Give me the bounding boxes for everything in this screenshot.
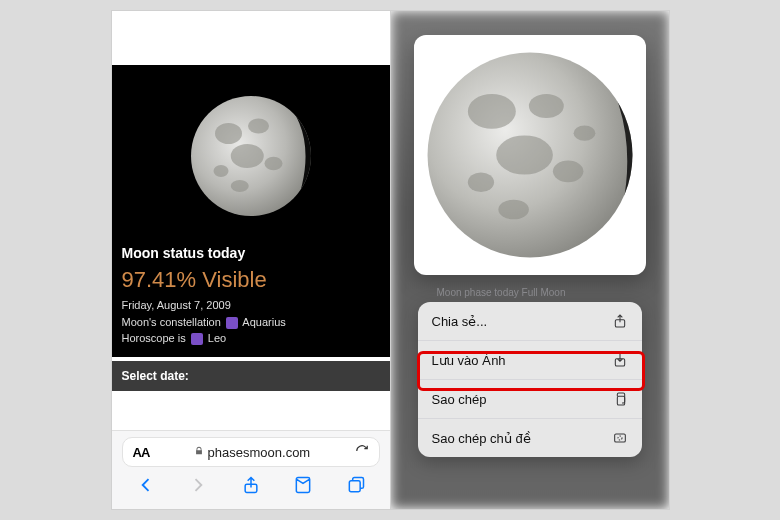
- reload-button[interactable]: [355, 444, 369, 461]
- copy-icon: [612, 391, 628, 407]
- back-button[interactable]: [136, 475, 156, 499]
- status-title: Moon status today: [122, 245, 380, 261]
- svg-point-5: [213, 165, 228, 177]
- constellation-prefix: Moon's constellation: [122, 316, 221, 328]
- context-menu: Chia sẻ... Lưu vào Ảnh Sao chép Sao chép…: [418, 302, 642, 457]
- svg-point-7: [230, 180, 248, 192]
- left-phone: Moon status today 97.41% Visible Friday,…: [111, 10, 391, 510]
- forward-button[interactable]: [188, 475, 208, 499]
- aquarius-icon: [226, 317, 238, 329]
- address-bar[interactable]: AA phasesmoon.com: [122, 437, 380, 467]
- svg-point-17: [498, 200, 529, 220]
- menu-share[interactable]: Chia sẻ...: [418, 302, 642, 341]
- menu-share-label: Chia sẻ...: [432, 314, 488, 329]
- svg-point-14: [496, 135, 553, 174]
- moon-preview-icon: [421, 46, 639, 264]
- svg-point-12: [467, 94, 515, 129]
- svg-point-2: [215, 123, 242, 144]
- select-date-bar[interactable]: Select date:: [112, 361, 390, 391]
- save-download-icon: [612, 352, 628, 368]
- safari-toolbar: [122, 467, 380, 503]
- share-button[interactable]: [241, 475, 261, 499]
- svg-rect-9: [349, 481, 360, 492]
- svg-point-3: [248, 119, 269, 134]
- bookmarks-button[interactable]: [293, 475, 313, 499]
- svg-rect-21: [617, 396, 624, 405]
- menu-save-to-photos[interactable]: Lưu vào Ảnh: [418, 341, 642, 380]
- menu-copy-subject[interactable]: Sao chép chủ đề: [418, 419, 642, 457]
- address-domain-wrap: phasesmoon.com: [194, 445, 311, 460]
- constellation-name: Aquarius: [242, 316, 285, 328]
- svg-point-4: [230, 144, 263, 168]
- menu-copy[interactable]: Sao chép: [418, 380, 642, 419]
- svg-rect-22: [614, 434, 625, 442]
- moon-horoscope: Horoscope is Leo: [122, 330, 380, 347]
- svg-point-23: [618, 436, 622, 440]
- right-phone: Moon phase today Full Moon Chia sẻ... Lư…: [390, 10, 670, 510]
- menu-copy-label: Sao chép: [432, 392, 487, 407]
- svg-point-6: [264, 157, 282, 171]
- svg-point-18: [573, 126, 595, 141]
- moon-icon: [176, 81, 326, 231]
- svg-point-16: [552, 160, 583, 182]
- menu-save-label: Lưu vào Ảnh: [432, 353, 506, 368]
- safari-bottom-bar: AA phasesmoon.com: [112, 430, 390, 509]
- moon-date: Friday, August 7, 2009: [122, 297, 380, 314]
- moon-constellation: Moon's constellation Aquarius: [122, 314, 380, 331]
- horoscope-name: Leo: [208, 332, 226, 344]
- tabs-button[interactable]: [346, 475, 366, 499]
- svg-point-15: [467, 172, 493, 192]
- share-icon: [612, 313, 628, 329]
- lock-icon: [194, 446, 204, 458]
- copy-subject-icon: [612, 430, 628, 446]
- domain-text: phasesmoon.com: [208, 445, 311, 460]
- image-preview-card[interactable]: [414, 35, 646, 275]
- text-size-button[interactable]: AA: [133, 445, 150, 460]
- visibility-value: 97.41% Visible: [122, 267, 380, 293]
- page-top-whitespace: [112, 11, 390, 65]
- screenshots-pair: Moon status today 97.41% Visible Friday,…: [0, 0, 780, 520]
- svg-point-13: [528, 94, 563, 118]
- horoscope-prefix: Horoscope is: [122, 332, 186, 344]
- leo-icon: [191, 333, 203, 345]
- context-menu-caption: Moon phase today Full Moon: [409, 287, 566, 298]
- moon-status-card: Moon status today 97.41% Visible Friday,…: [112, 65, 390, 357]
- moon-image[interactable]: [122, 75, 380, 245]
- menu-copy-subject-label: Sao chép chủ đề: [432, 431, 531, 446]
